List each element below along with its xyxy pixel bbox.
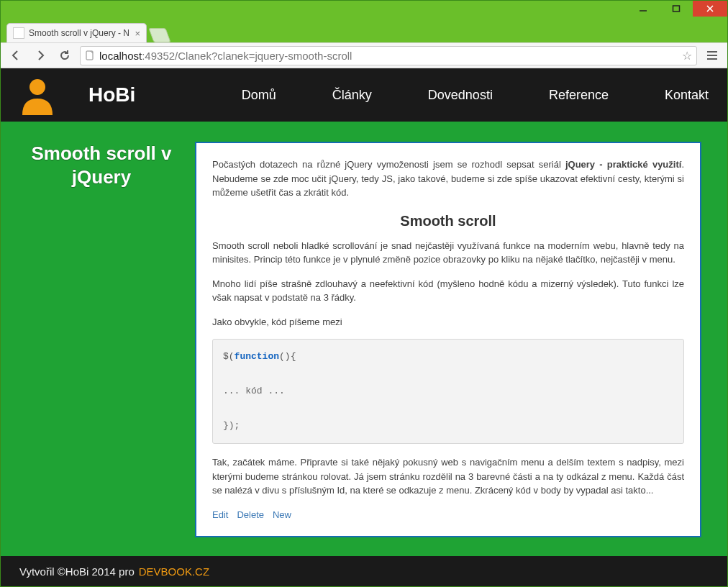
browser-tab[interactable]: Smooth scroll v jQuery - N × [6, 23, 147, 42]
intro-bold: jQuery - praktické využití [565, 159, 681, 170]
menu-button[interactable] [703, 46, 722, 65]
delete-link[interactable]: Delete [237, 508, 264, 522]
bookmark-star-icon[interactable]: ☆ [682, 49, 692, 63]
article: Počastých dotazech na různé jQuery vymož… [195, 142, 701, 537]
forward-button[interactable] [31, 46, 50, 65]
nav-contact[interactable]: Kontakt [665, 88, 709, 103]
new-tab-button[interactable] [148, 28, 170, 42]
reload-button[interactable] [55, 46, 74, 65]
nav-skills[interactable]: Dovednosti [428, 88, 493, 103]
browser-toolbar: localhost:49352/Clanek?clanek=jquery-smo… [1, 42, 727, 68]
tab-strip: Smooth scroll v jQuery - N × [1, 22, 727, 42]
code-line-2: ... kód ... [223, 383, 673, 400]
url-path: /Clanek?clanek=jquery-smooth-scroll [175, 50, 352, 62]
nav-home[interactable]: Domů [242, 88, 276, 103]
url-text: localhost:49352/Clanek?clanek=jquery-smo… [99, 50, 352, 62]
window-buttons [627, 1, 727, 17]
back-button[interactable] [6, 46, 25, 65]
article-actions: Edit Delete New [212, 508, 684, 522]
site-body: Smooth scroll v jQuery Počastých dotazec… [1, 122, 727, 537]
site-brand: HoBi [88, 83, 135, 106]
favicon-icon [13, 27, 24, 39]
code-line-3: }); [223, 417, 673, 434]
intro-pre: Počastých dotazech na různé jQuery vymož… [212, 159, 565, 170]
section-heading: Smooth scroll [212, 210, 684, 232]
minimize-button[interactable] [627, 1, 660, 17]
tab-close-icon[interactable]: × [135, 28, 140, 39]
code-block: $(function(){ ... kód ... }); [212, 339, 684, 444]
maximize-button[interactable] [660, 1, 693, 17]
url-host: localhost [99, 50, 142, 62]
footer-text: Vytvořil ©HoBi 2014 pro [19, 565, 135, 578]
browser-window: Smooth scroll v jQuery - N × localhost:4… [0, 0, 728, 587]
paragraph-4: Jako obvykle, kód píšeme mezi [212, 315, 684, 329]
close-button[interactable] [693, 1, 727, 17]
code-line-1: $(function(){ [223, 348, 673, 365]
site-header: HoBi Domů Články Dovednosti Reference Ko… [1, 68, 727, 122]
window-titlebar [1, 1, 727, 22]
address-bar[interactable]: localhost:49352/Clanek?clanek=jquery-smo… [80, 46, 697, 65]
main-nav: Domů Články Dovednosti Reference Kontakt [242, 88, 709, 103]
page-viewport: HoBi Domů Články Dovednosti Reference Ko… [1, 68, 727, 586]
footer-link[interactable]: DEVBOOK.CZ [139, 565, 209, 578]
svg-rect-1 [673, 6, 680, 12]
edit-link[interactable]: Edit [212, 508, 228, 522]
avatar-icon [19, 76, 55, 115]
page-icon [85, 50, 95, 60]
site-footer: Vytvořil ©HoBi 2014 pro DEVBOOK.CZ [1, 556, 727, 586]
url-port: :49352 [142, 50, 175, 62]
nav-articles[interactable]: Články [332, 88, 372, 103]
new-link[interactable]: New [273, 508, 291, 522]
tab-title: Smooth scroll v jQuery - N [29, 28, 130, 38]
svg-point-8 [29, 79, 45, 95]
page-title: Smooth scroll v jQuery [25, 142, 178, 537]
paragraph-3: Mnoho lidí píše strašně zdlouhavý a neef… [212, 277, 684, 305]
paragraph-2: Smooth scroll neboli hladké scrollování … [212, 239, 684, 267]
paragraph-5: Tak, začátek máme. Připravte si také něj… [212, 455, 684, 498]
nav-references[interactable]: Reference [549, 88, 609, 103]
intro-paragraph: Počastých dotazech na různé jQuery vymož… [212, 158, 684, 200]
